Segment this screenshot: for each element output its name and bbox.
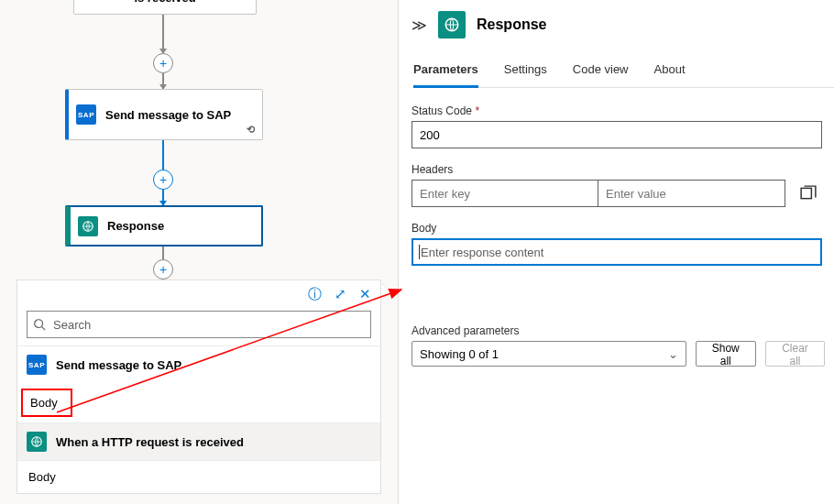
node-label: Response <box>107 219 164 233</box>
dynamic-token-body[interactable]: Body <box>21 389 72 417</box>
add-step-button[interactable]: + <box>153 259 173 279</box>
parameters-form: Status Code Headers Body Enter response … <box>412 104 834 367</box>
tabs: Parameters Settings Code view About <box>413 62 834 88</box>
tab-about[interactable]: About <box>654 62 686 87</box>
response-icon <box>27 432 47 452</box>
headers-row <box>412 180 785 207</box>
node-send-message-to-sap[interactable]: SAP Send message to SAP ⟲ <box>65 89 263 140</box>
body-placeholder: Enter response content <box>421 246 543 259</box>
source-label: Send message to SAP <box>56 358 181 372</box>
tab-code-view[interactable]: Code view <box>573 62 629 87</box>
advanced-label: Advanced parameters <box>412 324 825 337</box>
status-code-label: Status Code <box>412 104 825 117</box>
advanced-section: Advanced parameters Showing 0 of 1 ⌄ Sho… <box>412 324 825 367</box>
close-icon[interactable]: ✕ <box>359 286 371 303</box>
search-input[interactable]: Search <box>27 311 371 338</box>
status-code-input[interactable] <box>412 121 822 148</box>
info-icon[interactable]: ⓘ <box>308 286 322 303</box>
body-input[interactable]: Enter response content <box>412 238 822 266</box>
collapse-icon[interactable]: ≫ <box>412 16 427 34</box>
add-step-button[interactable]: + <box>153 53 173 73</box>
panel-tools: ⓘ ⤢ ✕ <box>17 280 380 307</box>
connector <box>162 15 164 53</box>
designer-canvas: is received + SAP Send message to SAP ⟲ … <box>0 0 398 504</box>
text-mode-icon[interactable] <box>800 185 817 202</box>
advanced-select[interactable]: Showing 0 of 1 ⌄ <box>412 341 686 367</box>
chevron-down-icon: ⌄ <box>668 347 678 361</box>
svg-rect-5 <box>801 188 811 198</box>
connector <box>162 190 164 205</box>
pane-title: Response <box>477 16 546 33</box>
dynamic-content-panel: ⓘ ⤢ ✕ Search SAP Send message to SAP Bod… <box>16 279 381 494</box>
flow-graph: is received + SAP Send message to SAP ⟲ … <box>0 0 398 286</box>
connector <box>162 247 164 259</box>
tab-settings[interactable]: Settings <box>504 62 547 87</box>
tab-parameters[interactable]: Parameters <box>413 62 478 88</box>
node-http-trigger[interactable]: is received <box>73 0 257 15</box>
source-label: When a HTTP request is received <box>56 435 244 449</box>
panel-callout <box>381 284 392 299</box>
node-label: Send message to SAP <box>105 108 231 122</box>
sap-icon: SAP <box>76 104 96 125</box>
response-icon <box>78 216 98 236</box>
body-label: Body <box>412 222 825 235</box>
expand-icon[interactable]: ⤢ <box>335 286 346 303</box>
svg-line-2 <box>42 327 46 331</box>
dynamic-source-sap[interactable]: SAP Send message to SAP <box>17 345 380 383</box>
connector <box>162 73 164 89</box>
search-placeholder: Search <box>53 318 91 332</box>
show-all-button[interactable]: Show all <box>696 341 756 367</box>
sap-icon: SAP <box>27 355 47 375</box>
node-response[interactable]: Response <box>65 205 263 247</box>
headers-label: Headers <box>412 163 825 176</box>
add-step-button[interactable]: + <box>153 170 173 190</box>
connector <box>162 140 164 170</box>
properties-pane: ≫ Response Parameters Settings Code view… <box>398 0 834 504</box>
dynamic-token-body[interactable]: Body <box>17 460 380 493</box>
header-key-input[interactable] <box>412 180 598 207</box>
svg-point-1 <box>35 320 43 328</box>
response-icon <box>438 11 466 38</box>
text-cursor <box>419 245 420 259</box>
dynamic-source-http[interactable]: When a HTTP request is received <box>17 422 380 460</box>
header-value-input[interactable] <box>598 180 785 207</box>
clear-all-button[interactable]: Clear all <box>765 341 825 367</box>
node-label: is received <box>134 0 195 5</box>
connection-icon: ⟲ <box>247 124 255 136</box>
pane-header: ≫ Response <box>412 11 834 38</box>
advanced-select-value: Showing 0 of 1 <box>420 347 499 361</box>
